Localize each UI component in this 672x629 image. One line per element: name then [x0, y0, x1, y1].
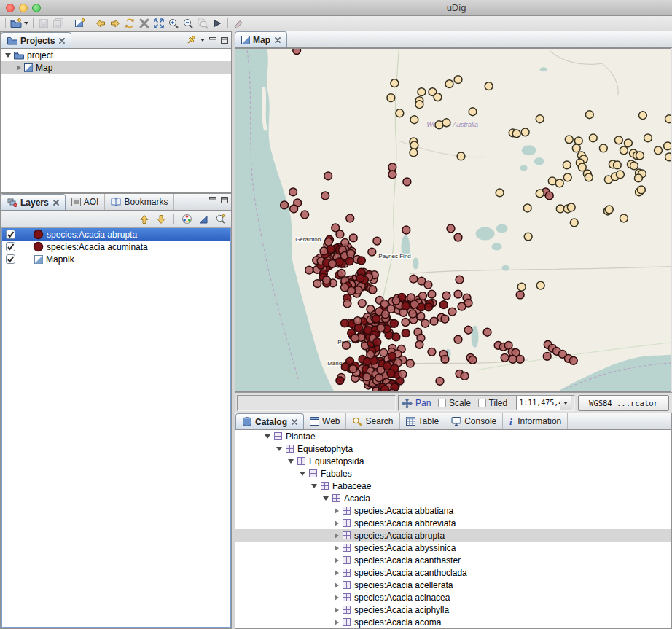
- tab-bookmarks[interactable]: Bookmarks: [105, 194, 174, 210]
- layer-visibility-checkbox[interactable]: [6, 254, 15, 264]
- tree-item-label: Equisetophyta: [297, 444, 353, 454]
- move-down-button[interactable]: [155, 213, 168, 225]
- eraser-button[interactable]: [232, 17, 245, 30]
- maximize-view-icon[interactable]: [221, 37, 228, 44]
- tree-item-label: Equisetopsida: [309, 456, 364, 466]
- tree-item-label: Plantae: [286, 431, 316, 442]
- catalog-tree-item[interactable]: species:Acacia abbreviata: [235, 517, 671, 529]
- zoom-layer-button[interactable]: [214, 213, 227, 225]
- style-button[interactable]: [197, 213, 210, 225]
- expand-arrow-icon[interactable]: [335, 582, 339, 588]
- minimize-window-button[interactable]: [19, 4, 28, 12]
- layer-row[interactable]: species:Acacia acuminata: [2, 241, 230, 253]
- palette-button[interactable]: [180, 213, 193, 225]
- tab-information[interactable]: iInformation: [503, 413, 568, 429]
- tab-map[interactable]: Map: [235, 31, 287, 47]
- close-icon[interactable]: [59, 38, 65, 44]
- close-icon[interactable]: [292, 419, 297, 425]
- tab-label: Console: [464, 416, 496, 426]
- expand-arrow-icon[interactable]: [335, 545, 339, 551]
- zoom-in-button[interactable]: [167, 17, 180, 30]
- toolbar-separator: [173, 214, 174, 224]
- refresh-button[interactable]: [123, 17, 136, 30]
- zoom-extent-button[interactable]: [152, 17, 165, 30]
- tab-label: Information: [517, 416, 561, 426]
- expand-arrow-icon[interactable]: [335, 620, 339, 625]
- catalog-tree-item[interactable]: Equisetophyta: [235, 442, 671, 455]
- layer-row[interactable]: Mapnik: [2, 253, 230, 265]
- tab-web[interactable]: Web: [304, 413, 346, 429]
- map-canvas[interactable]: Western AustraliaGeraldtonPaynes FindPer…: [235, 48, 671, 392]
- catalog-tree-item[interactable]: species:Acacia acanthoclada: [235, 566, 671, 579]
- tab-layers[interactable]: Layers: [1, 194, 66, 210]
- catalog-tree-item[interactable]: species:Acacia aciphylla: [235, 603, 671, 616]
- tab-search[interactable]: Search: [346, 413, 399, 429]
- catalog-tree-item[interactable]: Fabales: [235, 467, 671, 480]
- expand-arrow-icon[interactable]: [335, 607, 339, 613]
- svg-text:i: i: [509, 417, 512, 426]
- catalog-tree-item[interactable]: species:Acacia abyssinica: [235, 542, 671, 554]
- back-button[interactable]: [94, 17, 107, 30]
- catalog-tree-item[interactable]: Acacia: [235, 492, 671, 504]
- expand-arrow-icon[interactable]: [335, 520, 339, 526]
- expand-arrow-icon[interactable]: [335, 533, 339, 539]
- zoom-window-button[interactable]: [32, 4, 41, 12]
- new-project-button[interactable]: [9, 17, 23, 30]
- catalog-tree-item[interactable]: Plantae: [235, 430, 671, 442]
- expand-arrow-icon[interactable]: [335, 595, 339, 601]
- collapse-arrow-icon[interactable]: [288, 459, 294, 464]
- scale-checkbox[interactable]: [438, 399, 446, 407]
- tab-catalog[interactable]: Catalog: [235, 413, 304, 429]
- window-titlebar[interactable]: uDig: [0, 0, 672, 16]
- pin-icon[interactable]: [186, 35, 196, 45]
- tab-projects[interactable]: Projects: [1, 32, 71, 48]
- tab-console[interactable]: Console: [445, 413, 503, 429]
- tiled-checkbox[interactable]: [478, 399, 486, 407]
- catalog-tree-item[interactable]: Equisetopsida: [235, 455, 671, 467]
- catalog-tree-item[interactable]: species:Acacia abbatiana: [235, 504, 671, 517]
- catalog-tree-item[interactable]: species:Acacia acellerata: [235, 579, 671, 591]
- layer-visibility-checkbox[interactable]: [6, 230, 15, 239]
- minimize-view-icon[interactable]: [209, 197, 216, 203]
- new-project-dropdown[interactable]: [24, 17, 29, 30]
- catalog-tree-item[interactable]: species:Acacia abrupta: [235, 529, 671, 542]
- expand-arrow-icon[interactable]: [335, 570, 339, 576]
- expand-arrow-icon[interactable]: [335, 558, 339, 563]
- layer-row[interactable]: species:Acacia abrupta: [2, 228, 230, 241]
- close-icon[interactable]: [275, 37, 281, 43]
- feature-type-icon: [332, 494, 340, 502]
- maximize-view-icon[interactable]: [221, 197, 228, 203]
- crs-button[interactable]: WGS84 ...rcator: [578, 395, 669, 411]
- scale-combo[interactable]: 1:11,475,4: [516, 396, 571, 410]
- new-map-button[interactable]: [73, 17, 86, 30]
- expand-arrow-icon[interactable]: [335, 508, 339, 514]
- tab-aoi[interactable]: AOI: [66, 194, 106, 210]
- collapse-arrow-icon[interactable]: [5, 53, 11, 58]
- collapse-arrow-icon[interactable]: [276, 447, 282, 451]
- catalog-tree-item[interactable]: species:Acacia acinacea: [235, 591, 671, 603]
- projects-tree-item[interactable]: Map: [1, 61, 231, 74]
- layer-visibility-checkbox[interactable]: [6, 242, 15, 251]
- close-window-button[interactable]: [6, 4, 15, 12]
- expand-arrow-icon[interactable]: [17, 65, 21, 71]
- tab-table[interactable]: Table: [400, 413, 446, 429]
- projects-tree-item[interactable]: project: [1, 49, 231, 61]
- forward-button[interactable]: [109, 17, 122, 30]
- chevron-down-icon[interactable]: [560, 396, 571, 410]
- pan-link[interactable]: Pan: [415, 398, 431, 408]
- collapse-arrow-icon[interactable]: [311, 484, 317, 488]
- run-button[interactable]: [211, 17, 224, 30]
- view-menu-chevron-icon[interactable]: [200, 39, 205, 42]
- delete-button[interactable]: [138, 17, 151, 30]
- move-up-button[interactable]: [138, 213, 151, 225]
- collapse-arrow-icon[interactable]: [300, 472, 305, 476]
- minimize-view-icon[interactable]: [209, 37, 216, 44]
- collapse-arrow-icon[interactable]: [323, 496, 329, 501]
- zoom-out-button[interactable]: [181, 17, 195, 30]
- feature-type-icon: [343, 519, 351, 527]
- catalog-tree-item[interactable]: species:Acacia acanthaster: [235, 554, 671, 566]
- catalog-tree-item[interactable]: species:Acacia acoma: [235, 616, 671, 628]
- catalog-tree-item[interactable]: Fabaceae: [235, 480, 671, 492]
- close-icon[interactable]: [53, 200, 59, 206]
- collapse-arrow-icon[interactable]: [265, 434, 270, 439]
